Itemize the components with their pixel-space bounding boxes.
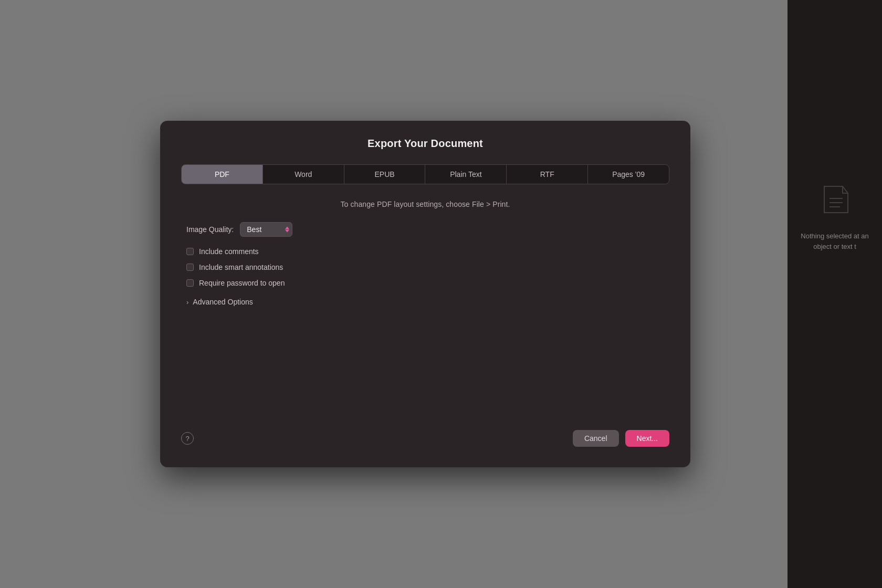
- checkbox-label-comments: Include comments: [199, 247, 259, 256]
- checkbox-row-password: Require password to open: [186, 279, 664, 287]
- action-buttons: Cancel Next...: [573, 430, 669, 447]
- content-area: To change PDF layout settings, choose Fi…: [181, 200, 669, 306]
- cancel-button[interactable]: Cancel: [573, 430, 619, 447]
- checkbox-row-comments: Include comments: [186, 247, 664, 256]
- right-panel-text: Nothing selected at an object or text t: [788, 231, 882, 251]
- right-panel: Nothing selected at an object or text t: [788, 0, 882, 588]
- help-button[interactable]: ?: [181, 432, 194, 445]
- tab-pdf[interactable]: PDF: [182, 165, 263, 184]
- checkbox-require-password[interactable]: [186, 279, 194, 287]
- image-quality-select[interactable]: Best Better Good: [240, 222, 292, 237]
- dialog-title: Export Your Document: [181, 138, 669, 150]
- next-button[interactable]: Next...: [625, 430, 669, 447]
- export-dialog: Export Your Document PDF Word EPUB Plain…: [160, 121, 690, 467]
- image-quality-select-wrapper: Best Better Good: [240, 222, 292, 237]
- checkbox-label-password: Require password to open: [199, 279, 285, 287]
- tab-pages09[interactable]: Pages '09: [588, 165, 669, 184]
- advanced-options-row[interactable]: › Advanced Options: [186, 298, 664, 306]
- tab-bar: PDF Word EPUB Plain Text RTF Pages '09: [181, 164, 669, 184]
- checkbox-include-annotations[interactable]: [186, 264, 194, 271]
- checkbox-include-comments[interactable]: [186, 248, 194, 255]
- tab-plain-text[interactable]: Plain Text: [425, 165, 507, 184]
- right-panel-icon: [814, 178, 856, 220]
- tab-rtf[interactable]: RTF: [507, 165, 588, 184]
- tab-epub[interactable]: EPUB: [344, 165, 426, 184]
- bottom-bar: ? Cancel Next...: [181, 422, 669, 447]
- chevron-right-icon: ›: [186, 298, 188, 306]
- checkbox-row-annotations: Include smart annotations: [186, 263, 664, 271]
- image-quality-row: Image Quality: Best Better Good: [186, 222, 664, 237]
- checkbox-label-annotations: Include smart annotations: [199, 263, 283, 271]
- image-quality-label: Image Quality:: [186, 225, 234, 234]
- tab-word[interactable]: Word: [263, 165, 344, 184]
- info-text: To change PDF layout settings, choose Fi…: [186, 200, 664, 208]
- advanced-options-label: Advanced Options: [193, 298, 253, 306]
